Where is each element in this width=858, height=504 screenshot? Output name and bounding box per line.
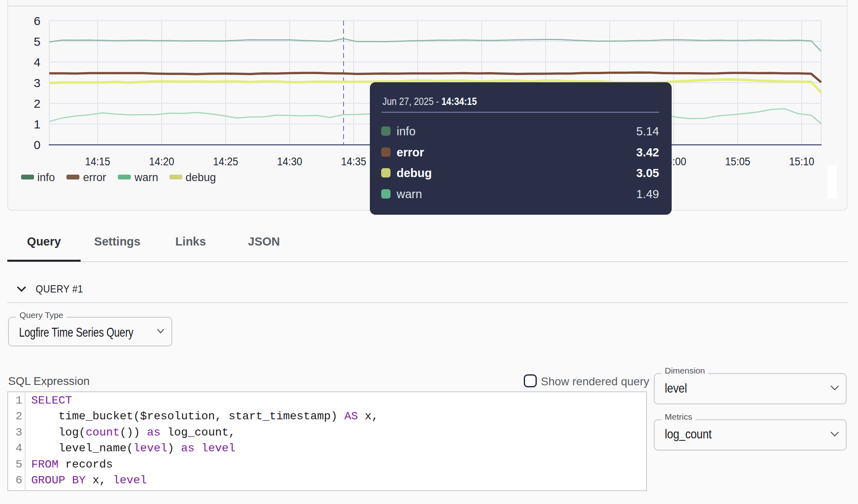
svg-text:error: error xyxy=(83,171,106,184)
svg-text:1: 1 xyxy=(34,117,41,131)
svg-text:14:15: 14:15 xyxy=(85,155,110,168)
svg-text:6: 6 xyxy=(34,14,41,28)
svg-text:0: 0 xyxy=(34,138,41,152)
svg-text:info: info xyxy=(37,171,55,184)
svg-text:15:05: 15:05 xyxy=(725,155,750,168)
svg-text:3: 3 xyxy=(34,76,41,90)
svg-text:4: 4 xyxy=(34,56,41,69)
svg-text:warn: warn xyxy=(134,171,158,184)
svg-text:14:25: 14:25 xyxy=(213,155,238,168)
svg-text:14:35: 14:35 xyxy=(341,155,366,168)
svg-text:2: 2 xyxy=(34,97,41,110)
svg-text:14:30: 14:30 xyxy=(277,155,302,168)
svg-text:14:20: 14:20 xyxy=(149,155,174,168)
svg-text:5: 5 xyxy=(34,35,41,48)
svg-text:15:10: 15:10 xyxy=(789,155,814,168)
svg-text:debug: debug xyxy=(186,171,216,184)
